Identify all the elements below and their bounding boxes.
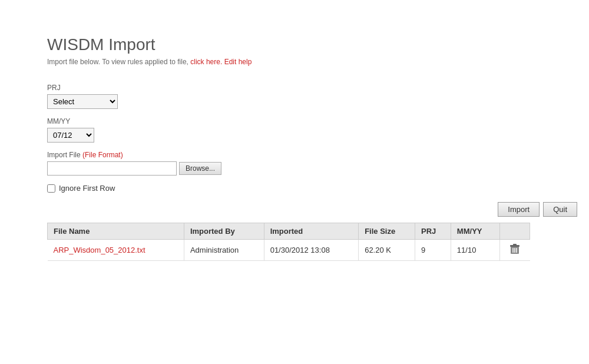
mmyy-label: MM/YY — [47, 117, 542, 125]
page-title: WISDM Import — [47, 35, 542, 54]
file-name-link[interactable]: ARP_Wisdom_05_2012.txt — [54, 246, 145, 254]
col-header-imported-by: Imported By — [184, 223, 264, 240]
table-row: ARP_Wisdom_05_2012.txtAdministration01/3… — [48, 240, 530, 261]
trash-icon[interactable] — [509, 243, 520, 255]
file-text-input[interactable] — [47, 161, 177, 176]
quit-button[interactable]: Quit — [543, 202, 577, 217]
col-header-prj: PRJ — [415, 223, 451, 240]
col-header-filename: File Name — [48, 223, 184, 240]
import-file-label: Import File (File Format) — [47, 151, 542, 159]
table-header-row: File Name Imported By Imported File Size… — [48, 223, 530, 240]
prj-cell: 9 — [415, 240, 451, 261]
import-button[interactable]: Import — [498, 202, 540, 217]
col-header-imported: Imported — [264, 223, 359, 240]
prj-field: PRJ Select Option 1 Option 2 — [47, 84, 542, 109]
ignore-first-row-checkbox[interactable] — [47, 184, 55, 193]
subtitle-text: Import file below. To view rules applied… — [47, 58, 188, 66]
prj-label: PRJ — [47, 84, 542, 92]
mmyy-field: MM/YY 07/12 06/12 05/12 04/12 — [47, 117, 542, 143]
import-file-field: Import File (File Format) Browse... — [47, 151, 542, 176]
prj-select[interactable]: Select Option 1 Option 2 — [47, 94, 118, 109]
import-table: File Name Imported By Imported File Size… — [47, 223, 530, 261]
col-header-filesize: File Size — [359, 223, 415, 240]
delete-cell — [500, 240, 530, 261]
col-header-mmyy: MM/YY — [451, 223, 500, 240]
file-format-link[interactable]: (File Format) — [82, 151, 123, 159]
mmyy-cell: 11/10 — [451, 240, 500, 261]
ignore-first-row-label: Ignore First Row — [59, 184, 115, 193]
edit-help-link[interactable]: Edit help — [224, 58, 252, 66]
mmyy-select[interactable]: 07/12 06/12 05/12 04/12 — [47, 128, 94, 143]
file-size-cell: 62.20 K — [359, 240, 415, 261]
action-buttons: Import Quit — [47, 202, 577, 217]
click-here-link[interactable]: click here. — [190, 58, 222, 66]
ignore-first-row-row: Ignore First Row — [47, 184, 542, 193]
svg-rect-2 — [513, 244, 517, 246]
page-subtitle: Import file below. To view rules applied… — [47, 58, 542, 66]
imported-date-cell: 01/30/2012 13:08 — [264, 240, 359, 261]
browse-button[interactable]: Browse... — [179, 162, 221, 175]
imported-by-cell: Administration — [184, 240, 264, 261]
col-header-actions — [500, 223, 530, 240]
